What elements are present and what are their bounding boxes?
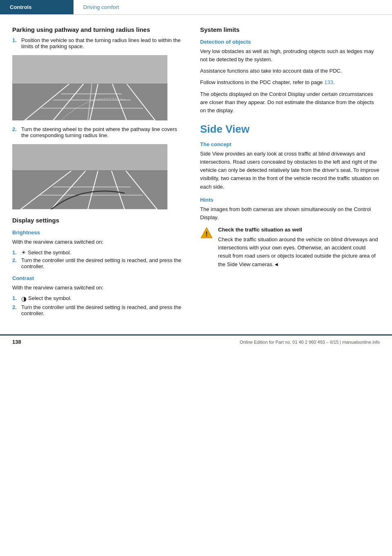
step-2-label: 2.	[12, 126, 19, 132]
contrast-step2-text: Turn the controller until the desired se…	[21, 304, 184, 316]
page-footer: 138 Online Edition for Part no. 01 40 2 …	[0, 334, 392, 348]
brightness-step1-row: 1. ☀ Select the symbol.	[12, 249, 184, 256]
right-column: System limits Detection of objects Very …	[196, 26, 380, 318]
brightness-step1-icon: ☀	[21, 249, 26, 256]
step-2-text: Turn the steering wheel to the point whe…	[21, 126, 184, 138]
warning-icon: !	[200, 227, 213, 240]
detection-p3-text: Follow instructions in the PDC chapter, …	[200, 79, 324, 85]
step-1-text: Position the vehicle so that the turning…	[21, 37, 184, 49]
svg-rect-12	[12, 55, 167, 84]
driving-comfort-tab[interactable]: Driving comfort	[74, 0, 129, 14]
svg-rect-15	[12, 171, 167, 209]
brightness-step2-row: 2. Turn the controller until the desired…	[12, 257, 184, 269]
detection-p4: The objects displayed on the Control Dis…	[200, 90, 380, 115]
brightness-step2-text: Turn the controller until the desired se…	[21, 257, 184, 269]
step-1-row: 1. Position the vehicle so that the turn…	[12, 37, 184, 49]
concept-title: The concept	[200, 141, 380, 147]
display-settings-title: Display settings	[12, 217, 184, 224]
page-header: Controls Driving comfort	[0, 0, 392, 15]
controls-tab[interactable]: Controls	[0, 0, 74, 14]
svg-rect-24	[12, 144, 167, 171]
contrast-title: Contrast	[12, 275, 184, 281]
driving-comfort-label: Driving comfort	[83, 4, 119, 10]
detection-title: Detection of objects	[200, 39, 380, 45]
detection-p3: Follow instructions in the PDC chapter, …	[200, 78, 380, 87]
contrast-step2-num: 2.	[12, 304, 19, 310]
footer-edition: Online Edition for Part no. 01 40 2 960 …	[240, 340, 339, 345]
detection-p3-end: .	[333, 79, 335, 85]
contrast-step1-row: 1. ◑ Select the symbol.	[12, 295, 184, 302]
footer-site-name: manualsonline.info	[342, 340, 380, 345]
brightness-intro: With the rearview camera switched on:	[12, 238, 184, 246]
system-limits-title: System limits	[200, 26, 380, 33]
contrast-step2-row: 2. Turn the controller until the desired…	[12, 304, 184, 316]
hints-title: Hints	[200, 197, 380, 203]
detection-p2: Assistance functions also take into acco…	[200, 67, 380, 75]
contrast-step1-num: 1.	[12, 295, 19, 301]
left-column: Parking using pathway and turning radius…	[12, 26, 184, 318]
brightness-step1-num: 1.	[12, 249, 19, 256]
parking-section-title: Parking using pathway and turning radius…	[12, 26, 184, 33]
detection-p1: Very low obstacles as well as high, prot…	[200, 47, 380, 64]
svg-text:!: !	[205, 231, 207, 238]
contrast-step1-text: Select the symbol.	[28, 295, 71, 301]
parking-diagram-1	[12, 55, 167, 120]
brightness-step2-num: 2.	[12, 257, 19, 263]
contrast-intro: With the rearview camera switched on:	[12, 284, 184, 292]
detection-link[interactable]: 133	[324, 79, 333, 85]
brightness-title: Brightness	[12, 229, 184, 236]
concept-p1: Side View provides an early look at cros…	[200, 150, 380, 191]
parking-diagram-2	[12, 144, 167, 209]
brightness-step1-text: Select the symbol.	[28, 249, 71, 256]
hints-p1: The images from both cameras are shown s…	[200, 205, 380, 222]
footer-text: Online Edition for Part no. 01 40 2 960 …	[240, 340, 380, 345]
step-1-label: 1.	[12, 37, 19, 43]
display-settings-section: Display settings Brightness With the rea…	[12, 217, 184, 316]
warning-title: Check the traffic situation as well	[218, 226, 380, 234]
main-content: Parking using pathway and turning radius…	[0, 15, 392, 326]
warning-box: ! Check the traffic situation as well Ch…	[200, 226, 380, 272]
contrast-step1-icon: ◑	[21, 295, 27, 302]
warning-text-container: Check the traffic situation as well Chec…	[218, 226, 380, 272]
side-view-title: Side View	[200, 123, 380, 136]
controls-tab-label: Controls	[10, 4, 31, 10]
step-2-row: 2. Turn the steering wheel to the point …	[12, 126, 184, 138]
warning-p2: Check the traffic situation around the v…	[218, 236, 380, 269]
page-number: 138	[12, 339, 21, 345]
